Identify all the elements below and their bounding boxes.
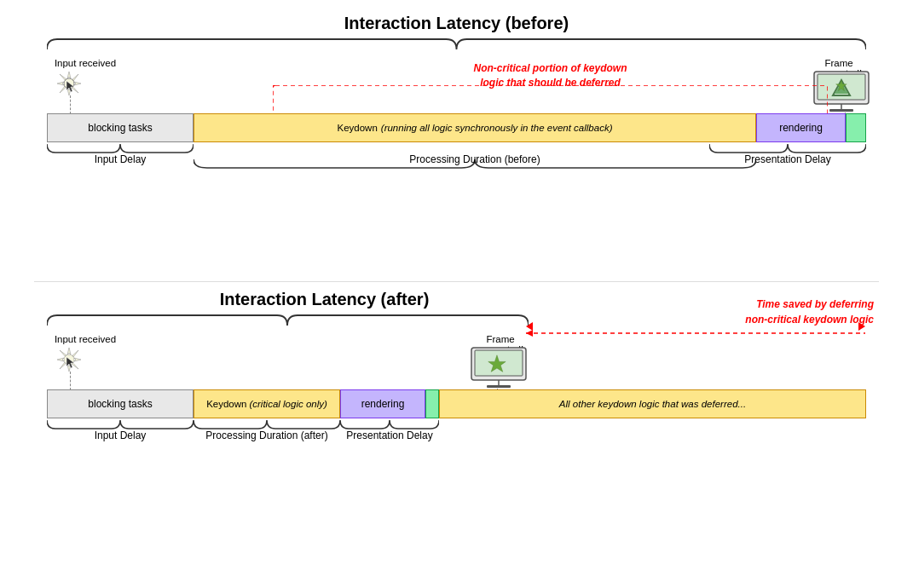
bottom-bar-rendering: rendering: [340, 389, 425, 418]
top-cursor-dashed-line: [70, 95, 71, 114]
bottom-brace-processing: [194, 418, 340, 430]
bottom-big-brace: [47, 314, 529, 329]
bottom-input-received-label: Input received: [47, 334, 124, 344]
top-brace-input-delay: [47, 142, 194, 154]
svg-marker-1: [74, 82, 81, 85]
bottom-brace-input-delay: [47, 418, 194, 430]
bottom-bar-deferred: All other keydown logic that was deferre…: [439, 389, 866, 418]
bottom-cursor-icon: [55, 346, 83, 377]
top-big-brace: [47, 37, 866, 53]
time-saved-arrow: [526, 326, 865, 328]
svg-marker-0: [67, 72, 71, 78]
svg-marker-21: [67, 348, 71, 355]
svg-marker-3: [57, 82, 64, 85]
top-input-received-label: Input received: [47, 58, 124, 68]
section-divider: [34, 281, 879, 282]
top-red-dashed-box: [273, 85, 828, 87]
bottom-label-input-delay: Input Delay: [47, 429, 194, 441]
bottom-bar-keydown: Keydown (critical logic only): [194, 389, 340, 418]
top-label-presentation: Presentation Delay: [709, 153, 866, 165]
top-label-input-delay: Input Delay: [47, 153, 194, 165]
time-saved-arrow-right: [858, 322, 865, 331]
top-brace-presentation: [709, 142, 866, 154]
bottom-label-presentation: Presentation Delay: [340, 429, 439, 441]
top-bar-rendering: rendering: [756, 113, 846, 142]
bottom-brace-presentation: [340, 418, 439, 430]
bottom-bars-container: blocking tasks Keydown (critical logic o…: [47, 389, 866, 418]
bottom-label-processing: Processing Duration (after): [194, 429, 340, 441]
bottom-cursor-dashed-line: [70, 372, 71, 390]
bottom-monitor-icon: [465, 346, 533, 389]
svg-marker-22: [74, 358, 81, 361]
top-title: Interaction Latency (before): [0, 14, 913, 33]
time-saved-annotation: Time saved by deferring non-critical key…: [745, 297, 874, 327]
bottom-bar-blocking: blocking tasks: [47, 389, 194, 418]
top-label-processing: Processing Duration (before): [194, 153, 756, 165]
bottom-title: Interaction Latency (after): [34, 290, 615, 309]
top-brace-processing: [194, 142, 756, 154]
top-bars-container: blocking tasks Keydown (running all logi…: [47, 113, 866, 142]
svg-rect-15: [829, 109, 853, 112]
svg-rect-34: [487, 385, 511, 388]
top-bar-green: [846, 113, 866, 142]
top-cursor-icon: [55, 70, 83, 102]
top-bar-keydown: Keydown (running all logic synchronously…: [194, 113, 756, 142]
bottom-bar-green: [425, 389, 439, 418]
svg-marker-24: [57, 358, 64, 361]
top-bar-blocking: blocking tasks: [47, 113, 194, 142]
